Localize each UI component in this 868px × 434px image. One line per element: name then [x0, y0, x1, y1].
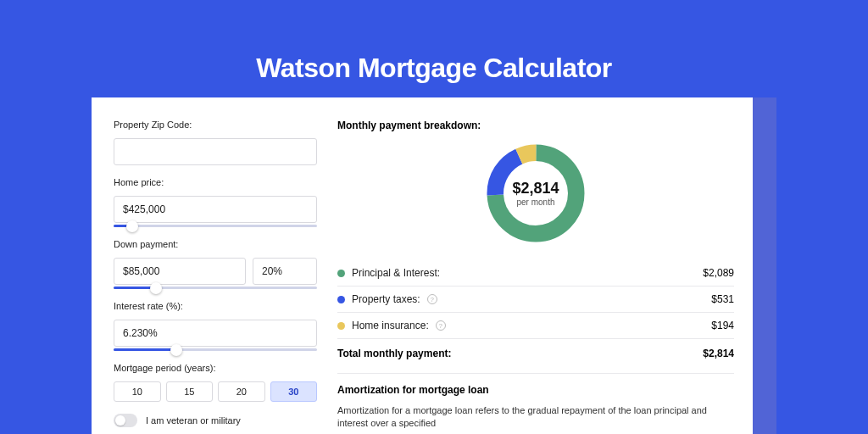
- veteran-row: I am veteran or military: [114, 414, 317, 427]
- home-price-label: Home price:: [114, 177, 317, 187]
- line-item-label: Principal & Interest:: [352, 267, 440, 279]
- total-row: Total monthly payment: $2,814: [337, 339, 734, 373]
- interest-rate-slider-fill: [114, 348, 176, 351]
- total-label: Total monthly payment:: [337, 348, 451, 359]
- home-price-slider-thumb[interactable]: [126, 220, 138, 232]
- down-payment-slider-thumb[interactable]: [150, 282, 162, 294]
- amortization-title: Amortization for mortgage loan: [337, 384, 734, 396]
- zip-group: Property Zip Code:: [114, 120, 317, 165]
- down-payment-label: Down payment:: [114, 239, 317, 249]
- period-group: Mortgage period (years): 10152030: [114, 363, 317, 402]
- down-payment-group: Down payment:: [114, 239, 317, 289]
- breakdown-column: Monthly payment breakdown: $2,814 per mo…: [337, 120, 734, 434]
- breakdown-title: Monthly payment breakdown:: [337, 120, 734, 131]
- period-button-30[interactable]: 30: [270, 381, 318, 402]
- line-item-amount: $194: [711, 320, 734, 331]
- interest-rate-input[interactable]: [114, 320, 317, 347]
- down-payment-slider[interactable]: [114, 287, 317, 289]
- page-title: Watson Mortgage Calculator: [0, 53, 868, 84]
- donut-sub: per month: [516, 198, 554, 207]
- interest-rate-slider[interactable]: [114, 348, 317, 351]
- zip-label: Property Zip Code:: [114, 120, 317, 130]
- line-item-amount: $531: [711, 293, 734, 305]
- form-column: Property Zip Code: Home price: Down paym…: [114, 120, 317, 434]
- amortization-body: Amortization for a mortgage loan refers …: [337, 404, 734, 431]
- line-item: Principal & Interest:$2,089: [337, 260, 734, 286]
- down-payment-amount-input[interactable]: [114, 258, 246, 285]
- help-icon[interactable]: ?: [427, 294, 437, 304]
- veteran-toggle-knob: [115, 415, 125, 426]
- period-label: Mortgage period (years):: [114, 363, 317, 373]
- line-item-label: Property taxes:: [352, 293, 420, 305]
- divider: [337, 373, 734, 374]
- interest-rate-slider-thumb[interactable]: [170, 344, 182, 356]
- line-item: Home insurance:?$194: [337, 313, 734, 338]
- donut-chart: $2,814 per month: [482, 140, 589, 247]
- line-item-label: Home insurance:: [352, 320, 429, 331]
- veteran-label: I am veteran or military: [146, 415, 241, 426]
- period-button-20[interactable]: 20: [218, 381, 265, 402]
- line-item-amount: $2,089: [703, 267, 734, 279]
- period-button-10[interactable]: 10: [114, 381, 161, 402]
- legend-dot: [337, 322, 345, 330]
- legend-dot: [337, 296, 345, 303]
- donut-amount: $2,814: [512, 180, 559, 198]
- line-item: Property taxes:?$531: [337, 287, 734, 312]
- total-amount: $2,814: [703, 348, 734, 359]
- zip-input[interactable]: [114, 138, 317, 165]
- help-icon[interactable]: ?: [436, 320, 446, 331]
- legend-dot: [337, 270, 345, 277]
- card-shadow: Property Zip Code: Home price: Down paym…: [92, 97, 776, 434]
- donut-wrap: $2,814 per month: [337, 140, 734, 247]
- veteran-toggle[interactable]: [114, 414, 137, 427]
- down-payment-percent-input[interactable]: [253, 258, 317, 285]
- interest-rate-label: Interest rate (%):: [114, 301, 317, 311]
- interest-rate-group: Interest rate (%):: [114, 301, 317, 351]
- home-price-input[interactable]: [114, 196, 317, 223]
- calculator-panel: Property Zip Code: Home price: Down paym…: [92, 97, 753, 434]
- home-price-slider[interactable]: [114, 225, 317, 227]
- home-price-group: Home price:: [114, 177, 317, 227]
- period-button-15[interactable]: 15: [166, 381, 214, 402]
- donut-center: $2,814 per month: [482, 140, 589, 247]
